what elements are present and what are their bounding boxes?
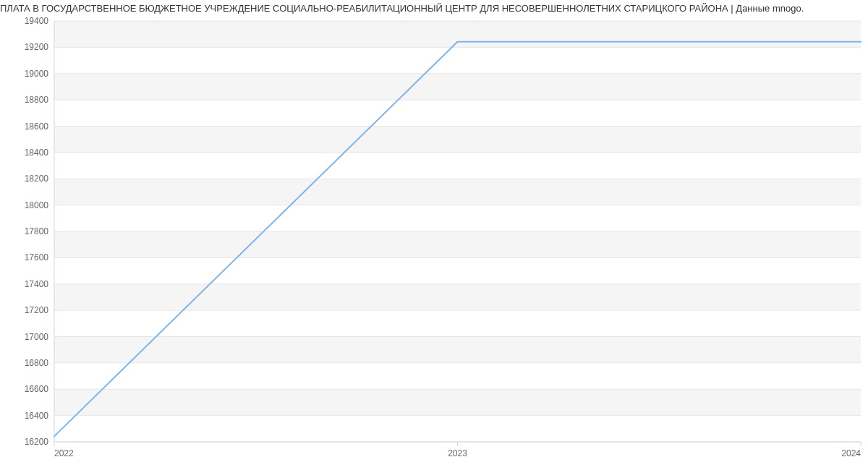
y-tick-label: 17400 <box>25 279 49 289</box>
x-tick-label: 2023 <box>448 448 467 458</box>
plot-band <box>54 337 861 363</box>
plot-band <box>54 127 861 153</box>
y-tick-label: 18800 <box>25 95 49 105</box>
y-tick-label: 17200 <box>25 305 49 315</box>
y-tick-label: 19000 <box>25 69 49 79</box>
y-tick-label: 16400 <box>25 411 49 421</box>
y-tick-label: 17600 <box>25 252 49 262</box>
plot-band <box>54 231 861 257</box>
plot-band <box>54 74 861 100</box>
plot-band <box>54 284 861 310</box>
plot-band <box>54 179 861 205</box>
plot-band <box>54 389 861 415</box>
x-tick-label: 2024 <box>841 448 861 458</box>
x-tick-label: 2022 <box>54 448 74 458</box>
y-tick-label: 17000 <box>25 332 49 342</box>
y-tick-label: 19400 <box>25 16 49 26</box>
y-tick-label: 18000 <box>25 200 49 210</box>
y-tick-label: 19200 <box>25 42 49 52</box>
line-chart-svg: 1620016400166001680017000172001740017600… <box>0 15 868 463</box>
y-tick-label: 18600 <box>25 121 49 132</box>
chart-title: ПЛАТА В ГОСУДАРСТВЕННОЕ БЮДЖЕТНОЕ УЧРЕЖД… <box>0 0 868 15</box>
plot-band <box>54 21 861 47</box>
chart-area: 1620016400166001680017000172001740017600… <box>0 15 868 463</box>
y-tick-label: 16600 <box>25 384 49 394</box>
y-tick-label: 18200 <box>25 174 49 184</box>
y-tick-label: 17800 <box>25 226 49 236</box>
y-tick-label: 16200 <box>25 437 49 447</box>
y-tick-label: 18400 <box>25 148 49 158</box>
y-tick-label: 16800 <box>25 358 49 368</box>
